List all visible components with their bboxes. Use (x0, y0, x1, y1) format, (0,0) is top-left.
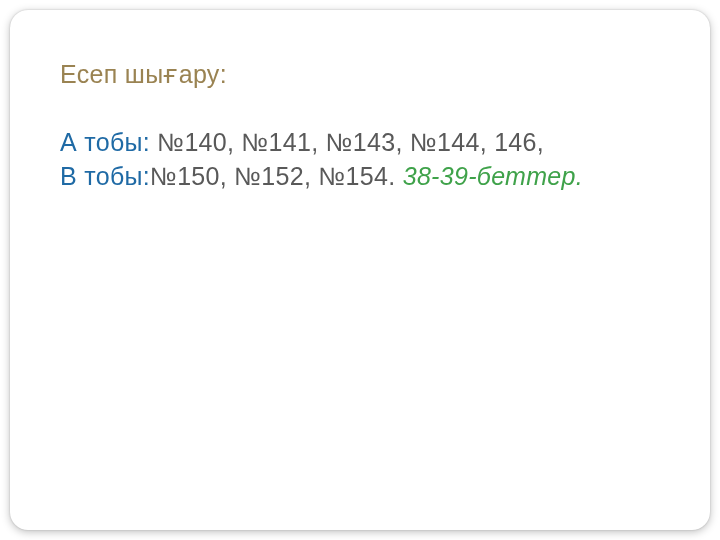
group-a-items: №140, №141, №143, №144, 146, (157, 128, 544, 156)
group-a-label: А тобы: (60, 128, 157, 156)
group-b-label: В тобы: (60, 162, 150, 190)
group-b-line: В тобы:№150, №152, №154. 38-39-беттер. (60, 160, 670, 194)
group-a-line: А тобы: №140, №141, №143, №144, 146, (60, 126, 670, 160)
slide-card: Есеп шығару: А тобы: №140, №141, №143, №… (10, 10, 710, 530)
heading-text: Есеп шығару: (60, 58, 670, 92)
pages-text: 38-39-беттер. (403, 162, 583, 190)
group-b-items: №150, №152, №154. (150, 162, 403, 190)
